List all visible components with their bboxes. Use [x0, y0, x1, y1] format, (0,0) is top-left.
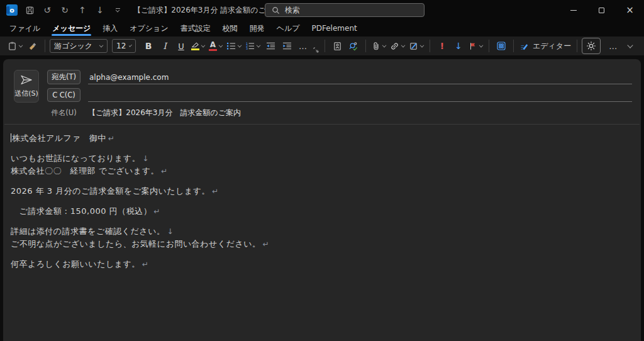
- bullet-list-button[interactable]: [225, 38, 243, 54]
- tab-review[interactable]: 校閲: [221, 20, 240, 36]
- customize-quick-access-icon[interactable]: [111, 3, 125, 17]
- check-names-button[interactable]: [346, 38, 361, 54]
- tab-format-text[interactable]: 書式設定: [179, 20, 213, 36]
- link-icon: [390, 42, 399, 51]
- paragraph-mark: ↵: [142, 260, 149, 269]
- attach-file-button[interactable]: [370, 38, 387, 54]
- switch-background-icon: [586, 41, 596, 51]
- outlook-app-icon[interactable]: o: [5, 3, 19, 17]
- body-line: ご請求金額：150,000 円（税込）↵: [11, 205, 632, 218]
- tab-developer[interactable]: 開発: [248, 20, 267, 36]
- search-input[interactable]: 検索: [265, 3, 425, 17]
- subject-field[interactable]: 【ご請求】2026年3月分 請求金額のご案内: [88, 108, 241, 118]
- paste-button[interactable]: [6, 38, 24, 54]
- toolbar-overflow-button[interactable]: …: [606, 38, 621, 54]
- ribbon-toolbar: 游ゴシック 12 B I U A 123: [0, 36, 644, 57]
- dialog-launcher-icon: [313, 47, 319, 53]
- tab-insert[interactable]: 挿入: [101, 20, 119, 36]
- increase-indent-button[interactable]: [279, 38, 294, 54]
- body-line: ご不明な点がございましたら、お気軽にお問い合わせください。↵: [11, 238, 632, 250]
- font-name-select[interactable]: 游ゴシック: [50, 39, 108, 53]
- close-button[interactable]: ×: [616, 0, 644, 20]
- highlight-color-button[interactable]: [190, 38, 206, 54]
- text-cursor: [11, 133, 11, 142]
- editor-label: エディター: [533, 41, 571, 52]
- ribbon-collapse-button[interactable]: [623, 38, 638, 54]
- tab-options[interactable]: オプション: [128, 20, 170, 36]
- decrease-indent-button[interactable]: [263, 38, 278, 54]
- tab-file[interactable]: ファイル: [8, 20, 42, 36]
- cc-button[interactable]: C C(C): [47, 88, 80, 102]
- body-line: 2026 年 3 月分のご請求金額をご案内いたします。↵: [11, 185, 632, 198]
- paragraph-mark: ↵: [263, 240, 270, 249]
- high-importance-button[interactable]: !: [435, 38, 450, 54]
- toolbar-separator: [430, 40, 430, 52]
- toolbar-separator: [577, 40, 577, 52]
- underline-button[interactable]: U: [174, 38, 189, 54]
- paragraph-mark: ↵: [161, 167, 168, 176]
- toolbar-separator: [365, 40, 366, 52]
- format-painter-icon: [28, 42, 38, 51]
- redo-icon[interactable]: ↻: [58, 3, 72, 17]
- next-item-icon[interactable]: ↓: [93, 3, 107, 17]
- address-book-icon: [333, 42, 342, 51]
- save-icon[interactable]: [23, 3, 36, 17]
- message-header: 宛先(T) alpha@example.com C C(C) 件名(U) 【ご請…: [3, 59, 641, 124]
- tab-help[interactable]: ヘルプ: [275, 20, 302, 36]
- undo-icon[interactable]: ↺: [40, 3, 54, 17]
- paragraph-mark: ↵: [212, 187, 219, 196]
- previous-item-icon[interactable]: ↑: [75, 3, 89, 17]
- body-line: 詳細は添付の請求書をご確認ください。↓: [11, 225, 632, 238]
- tab-message[interactable]: メッセージ: [50, 20, 92, 36]
- window-controls: ×: [559, 0, 644, 20]
- numbered-list-button[interactable]: 123: [244, 38, 262, 54]
- body-line: 株式会社〇〇 経理部 でございます。↵: [11, 165, 632, 177]
- link-button[interactable]: [389, 38, 406, 54]
- apps-icon: [496, 41, 506, 51]
- dialog-launcher-button[interactable]: [312, 46, 320, 53]
- tab-pdfelement[interactable]: PDFelement: [310, 20, 359, 36]
- body-line: いつもお世話になっております。↓: [11, 152, 632, 165]
- increase-indent-icon: [282, 42, 292, 50]
- signature-icon: [409, 42, 418, 51]
- subject-label: 件名(U): [47, 108, 80, 118]
- italic-button[interactable]: I: [157, 38, 172, 54]
- toolbar-separator: [45, 40, 45, 52]
- compose-window: 送信(S) 宛先(T) alpha@example.com C C(C) 件名(…: [3, 59, 641, 341]
- minimize-button[interactable]: [559, 0, 587, 20]
- bullet-list-icon: [226, 42, 236, 50]
- restore-button[interactable]: [587, 0, 616, 20]
- to-field[interactable]: alpha@example.com: [88, 71, 632, 84]
- font-size-select[interactable]: 12: [112, 39, 136, 53]
- editor-button[interactable]: エディター: [518, 38, 572, 54]
- send-icon: [20, 74, 33, 86]
- to-button[interactable]: 宛先(T): [47, 70, 80, 84]
- switch-background-button[interactable]: [582, 38, 601, 54]
- numbered-list-icon: 123: [245, 42, 255, 50]
- signature-button[interactable]: [408, 38, 425, 54]
- send-label: 送信(S): [14, 89, 38, 98]
- search-icon: [272, 6, 280, 14]
- check-names-icon: [348, 42, 358, 51]
- chevron-down-icon: [129, 44, 132, 47]
- more-formatting-button[interactable]: …: [296, 38, 311, 54]
- bold-button[interactable]: B: [141, 38, 156, 54]
- toolbar-separator: [489, 40, 489, 52]
- address-book-button[interactable]: [330, 38, 345, 54]
- line-break-mark: ↓: [167, 227, 174, 236]
- ribbon-collapse-icon: [627, 42, 633, 48]
- ribbon-tab-bar: ファイル メッセージ 挿入 オプション 書式設定 校閲 開発 ヘルプ PDFel…: [0, 20, 644, 36]
- attach-file-icon: [372, 42, 380, 51]
- follow-up-flag-button[interactable]: [467, 38, 484, 54]
- apps-button[interactable]: [494, 38, 509, 54]
- minimize-icon: [570, 10, 577, 11]
- send-button[interactable]: 送信(S): [14, 70, 39, 103]
- low-importance-button[interactable]: ↓: [451, 38, 466, 54]
- cc-field[interactable]: [88, 89, 632, 102]
- format-painter-button[interactable]: [25, 38, 40, 54]
- paragraph-mark: ↵: [108, 134, 115, 143]
- editor-icon: [519, 42, 530, 51]
- font-color-button[interactable]: A: [208, 38, 224, 54]
- cc-row: C C(C): [47, 88, 632, 102]
- message-body[interactable]: 株式会社アルファ 御中↵いつもお世話になっております。↓株式会社〇〇 経理部 で…: [3, 125, 641, 271]
